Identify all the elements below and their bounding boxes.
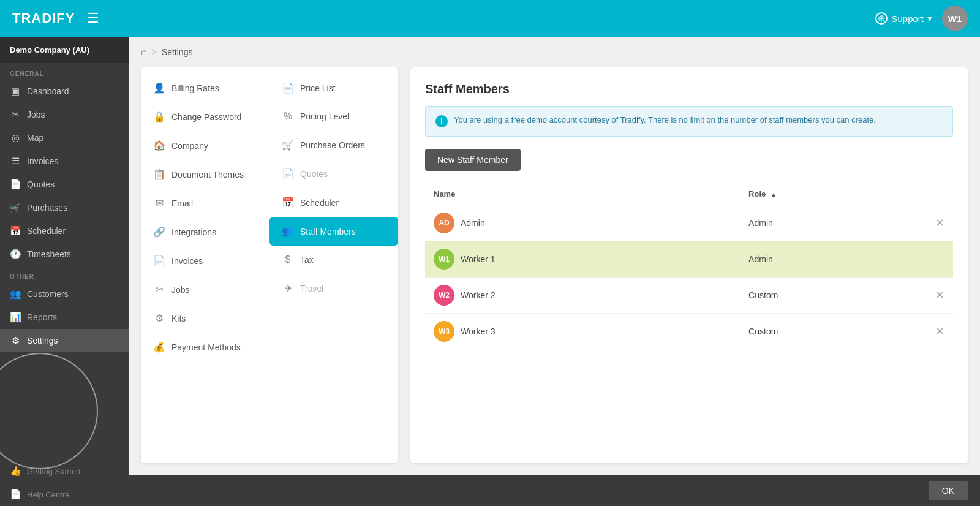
sidebar-item-label: Dashboard: [27, 86, 69, 96]
settings-item-invoices[interactable]: 📄 Invoices: [141, 246, 270, 275]
billing-rates-icon: 👤: [153, 82, 165, 94]
user-avatar[interactable]: W1: [942, 6, 968, 31]
settings-item-purchase-orders[interactable]: 🛒 Purchase Orders: [270, 130, 398, 159]
member-cell: W3 Worker 3: [434, 321, 731, 342]
settings-item-pricing-level[interactable]: % Pricing Level: [270, 102, 398, 130]
remove-member-button[interactable]: ✕: [935, 217, 944, 229]
settings-item-staff-members[interactable]: 👥 Staff Members: [270, 217, 398, 246]
col-role[interactable]: Role ▲: [740, 183, 927, 205]
sidebar-item-quotes[interactable]: 📄 Quotes: [0, 173, 129, 196]
sidebar: Demo Company (AU) GENERAL ▣ Dashboard ✂ …: [0, 37, 129, 506]
sidebar-item-label: Getting Started: [27, 467, 80, 476]
hamburger-menu[interactable]: ☰: [87, 10, 99, 26]
member-cell: W2 Worker 2: [434, 285, 731, 306]
settings-item-billing-rates[interactable]: 👤 Billing Rates: [141, 74, 270, 102]
support-button[interactable]: ⊕ Support ▾: [875, 12, 932, 25]
kits-icon: ⚙: [153, 312, 165, 324]
sidebar-item-reports[interactable]: 📊 Reports: [0, 306, 129, 329]
getting-started-icon: 👍: [10, 466, 21, 477]
member-role: Custom: [740, 314, 927, 350]
settings-item-label: Integrations: [172, 227, 216, 237]
settings-item-kits[interactable]: ⚙ Kits: [141, 304, 270, 333]
company-icon: 🏠: [153, 140, 165, 151]
sidebar-item-timesheets[interactable]: 🕐 Timesheets: [0, 243, 129, 266]
sidebar-item-label: Timesheets: [27, 249, 71, 259]
settings-menu-card: 👤 Billing Rates 🔒 Change Password 🏠 Comp…: [141, 67, 398, 463]
top-navigation: TRADIFY ☰ ⊕ Support ▾ W1: [0, 0, 980, 37]
staff-title: Staff Members: [425, 82, 953, 96]
info-banner: i You are using a free demo account cour…: [425, 106, 953, 137]
sidebar-item-label: Invoices: [27, 156, 58, 166]
content-area: ⌂ > Settings 👤 Billing Rates 🔒: [129, 37, 980, 506]
info-icon: i: [435, 115, 448, 127]
sidebar-item-jobs[interactable]: ✂ Jobs: [0, 103, 129, 126]
home-icon[interactable]: ⌂: [141, 47, 147, 58]
settings-item-scheduler[interactable]: 📅 Scheduler: [270, 188, 398, 217]
settings-item-integrations[interactable]: 🔗 Integrations: [141, 217, 270, 246]
settings-item-company[interactable]: 🏠 Company: [141, 131, 270, 160]
sidebar-item-customers[interactable]: 👥 Customers: [0, 282, 129, 306]
price-list-icon: 📄: [282, 82, 294, 94]
settings-item-document-themes[interactable]: 📋 Document Themes: [141, 160, 270, 189]
avatar: AD: [434, 213, 454, 233]
member-cell: W1 Worker 1: [434, 249, 731, 270]
sidebar-item-help-centre[interactable]: 📄 Help Centre: [0, 483, 129, 506]
sidebar-item-label: Customers: [27, 289, 69, 299]
globe-icon: ⊕: [875, 12, 888, 25]
pricing-level-icon: %: [282, 111, 294, 122]
settings-item-quotes[interactable]: 📄 Quotes: [270, 159, 398, 188]
sidebar-item-scheduler[interactable]: 📅 Scheduler: [0, 219, 129, 243]
sidebar-item-purchases[interactable]: 🛒 Purchases: [0, 196, 129, 219]
sidebar-item-label: Map: [27, 133, 43, 143]
settings-icon: ⚙: [10, 335, 21, 346]
remove-member-button[interactable]: ✕: [935, 325, 944, 338]
sidebar-item-map[interactable]: ◎ Map: [0, 126, 129, 149]
member-name: Worker 2: [461, 290, 496, 300]
member-role: Admin: [740, 205, 927, 241]
jobs-icon: ✂: [10, 109, 21, 120]
jobs-icon: ✂: [153, 284, 165, 295]
sidebar-item-label: Help Centre: [27, 490, 69, 499]
reports-icon: 📊: [10, 312, 21, 323]
sidebar-item-label: Quotes: [27, 179, 55, 189]
sort-arrow-icon: ▲: [771, 191, 777, 198]
settings-item-label: Travel: [300, 284, 323, 293]
new-staff-member-button[interactable]: New Staff Member: [425, 149, 521, 171]
company-name: Demo Company (AU): [0, 37, 129, 63]
settings-item-jobs[interactable]: ✂ Jobs: [141, 275, 270, 304]
staff-table: Name Role ▲: [425, 183, 953, 349]
settings-item-label: Kits: [172, 314, 186, 323]
map-icon: ◎: [10, 132, 21, 143]
staff-members-icon: 👥: [282, 225, 294, 237]
avatar: W3: [434, 321, 454, 342]
settings-item-price-list[interactable]: 📄 Price List: [270, 74, 398, 102]
sidebar-item-invoices[interactable]: ☰ Invoices: [0, 149, 129, 173]
settings-item-travel[interactable]: ✈ Travel: [270, 274, 398, 303]
sidebar-item-dashboard[interactable]: ▣ Dashboard: [0, 80, 129, 103]
settings-item-label: Invoices: [172, 256, 203, 266]
change-password-icon: 🔒: [153, 111, 165, 123]
remove-member-button[interactable]: ✕: [935, 289, 944, 301]
settings-item-tax[interactable]: $ Tax: [270, 246, 398, 274]
ok-button[interactable]: OK: [929, 481, 968, 500]
settings-item-payment-methods[interactable]: 💰 Payment Methods: [141, 333, 270, 361]
integrations-icon: 🔗: [153, 226, 165, 238]
sidebar-item-settings[interactable]: ⚙ Settings: [0, 329, 129, 352]
help-centre-icon: 📄: [10, 489, 21, 500]
other-section-label: OTHER: [0, 266, 129, 282]
settings-item-change-password[interactable]: 🔒 Change Password: [141, 102, 270, 131]
table-row: AD Admin Admin ✕: [425, 205, 953, 241]
settings-item-label: Document Themes: [172, 170, 244, 179]
travel-icon: ✈: [282, 282, 294, 294]
table-row: W2 Worker 2 Custom ✕: [425, 278, 953, 314]
settings-item-label: Price List: [300, 83, 336, 93]
settings-item-label: Change Password: [172, 112, 241, 122]
bottom-bar: OK: [129, 475, 980, 506]
sidebar-item-label: Settings: [27, 336, 58, 346]
support-label: Support: [891, 13, 924, 24]
avatar: W1: [434, 249, 454, 270]
settings-item-label: Pricing Level: [300, 111, 349, 121]
sidebar-item-label: Scheduler: [27, 226, 66, 236]
settings-item-email[interactable]: ✉ Email: [141, 189, 270, 217]
sidebar-item-getting-started[interactable]: 👍 Getting Started: [0, 459, 129, 483]
